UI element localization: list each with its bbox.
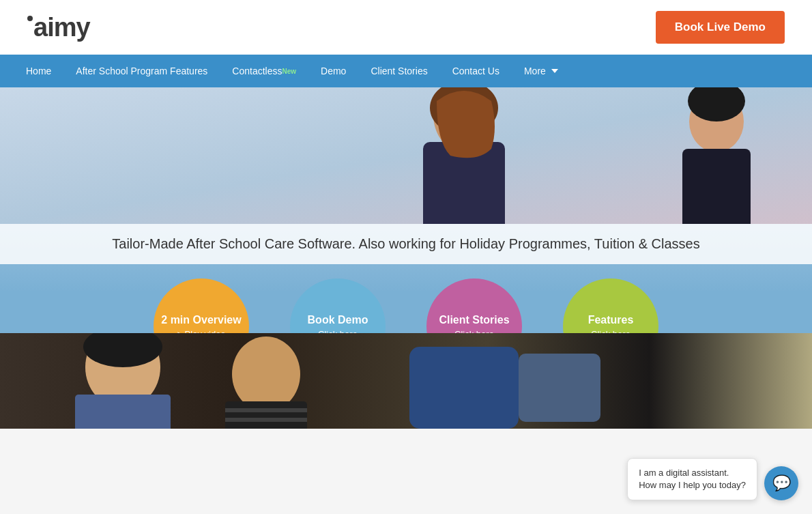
hero-top-photo xyxy=(0,87,812,224)
svg-rect-16 xyxy=(225,418,307,422)
circle-client-stories-title: Client Stories xyxy=(439,313,509,326)
hero-bottom-photo xyxy=(0,333,812,429)
svg-rect-10 xyxy=(75,395,171,429)
nav-more-label: More xyxy=(524,66,546,76)
nav-new-badge: New xyxy=(282,68,297,75)
circle-book-demo-title: Book Demo xyxy=(308,313,368,326)
logo-text: aimy xyxy=(27,13,90,42)
svg-rect-11 xyxy=(409,347,519,429)
nav-item-home[interactable]: Home xyxy=(14,55,63,87)
tagline-section: Tailor-Made After School Care Software. … xyxy=(0,224,812,264)
logo-dot-top xyxy=(27,16,33,21)
nav-item-client-stories[interactable]: Client Stories xyxy=(358,55,439,87)
nav-item-contact-us[interactable]: Contact Us xyxy=(440,55,512,87)
header: aimy Book Live Demo xyxy=(0,0,812,55)
svg-rect-12 xyxy=(519,354,600,422)
navigation: Home After School Program Features Conta… xyxy=(0,55,812,87)
hero-section: Tailor-Made After School Care Software. … xyxy=(0,87,812,429)
hero-photo-svg xyxy=(0,87,812,224)
hero-bottom-svg xyxy=(0,333,812,429)
tagline-text: Tailor-Made After School Care Software. … xyxy=(14,236,798,252)
nav-item-after-school[interactable]: After School Program Features xyxy=(63,55,220,87)
nav-item-more[interactable]: More xyxy=(512,55,570,87)
logo: aimy xyxy=(27,13,90,42)
nav-item-demo[interactable]: Demo xyxy=(308,55,358,87)
svg-rect-6 xyxy=(682,149,751,224)
circle-features-title: Features xyxy=(588,313,634,326)
svg-rect-15 xyxy=(225,408,307,412)
svg-rect-14 xyxy=(225,401,307,429)
chevron-down-icon xyxy=(551,69,558,73)
circle-overview-title: 2 min Overview xyxy=(161,313,241,326)
nav-contactless-label: Contactless xyxy=(232,66,282,76)
nav-item-contactless[interactable]: ContactlessNew xyxy=(220,55,308,87)
svg-point-13 xyxy=(232,337,300,412)
book-demo-button[interactable]: Book Live Demo xyxy=(656,11,785,44)
